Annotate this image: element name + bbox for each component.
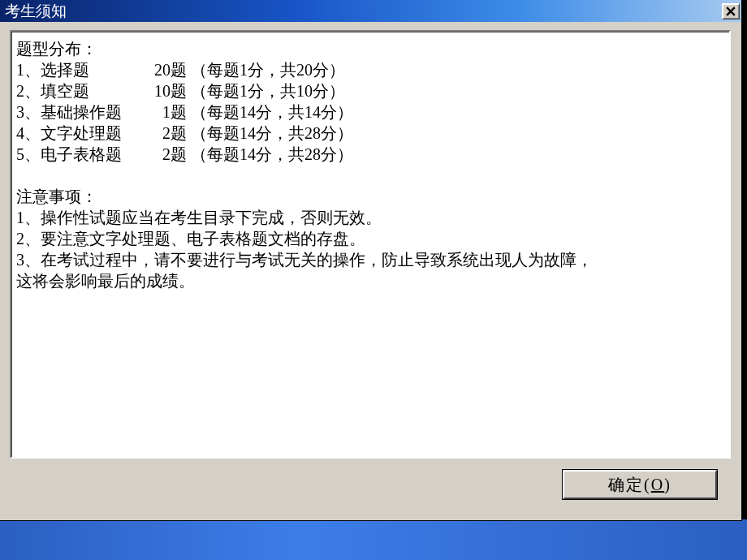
question-type-row: 5、电子表格题2题 （每题14分，共28分）	[16, 145, 353, 163]
button-row: 确定(O)	[10, 459, 732, 499]
note-item: 3、在考试过程中，请不要进行与考试无关的操作，防止导致系统出现人为故障， 这将会…	[16, 251, 593, 290]
dialog-title: 考生须知	[5, 1, 67, 22]
question-type-row: 4、文字处理题2题 （每题14分，共28分）	[16, 124, 353, 142]
exam-notice-dialog: 考生须知 题型分布： 1、选择题20题 （每题1分，共20分） 2、填空题10题…	[0, 0, 742, 521]
note-item: 2、要注意文字处理题、电子表格题文档的存盘。	[16, 230, 365, 248]
question-type-row: 2、填空题10题 （每题1分，共10分）	[16, 82, 345, 100]
notice-text-panel: 题型分布： 1、选择题20题 （每题1分，共20分） 2、填空题10题 （每题1…	[10, 30, 731, 459]
titlebar: 考生须知	[0, 0, 741, 22]
content-area: 题型分布： 1、选择题20题 （每题1分，共20分） 2、填空题10题 （每题1…	[0, 22, 741, 507]
question-type-row: 3、基础操作题1题 （每题14分，共14分）	[16, 103, 353, 121]
close-button[interactable]	[722, 3, 740, 19]
note-item: 1、操作性试题应当在考生目录下完成，否则无效。	[16, 209, 382, 226]
section-header-notes: 注意事项：	[16, 187, 97, 205]
section-header-distribution: 题型分布：	[16, 40, 97, 58]
question-type-row: 1、选择题20题 （每题1分，共20分）	[16, 61, 345, 79]
taskbar-background	[0, 519, 747, 560]
close-icon	[726, 6, 736, 16]
ok-button[interactable]: 确定(O)	[563, 470, 717, 499]
